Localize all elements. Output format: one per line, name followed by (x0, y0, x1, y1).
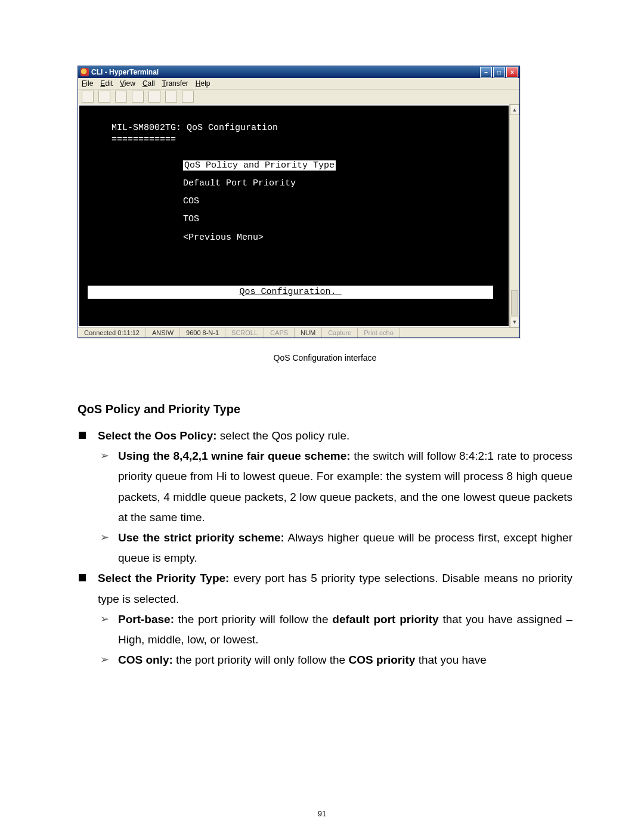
maximize-button[interactable]: □ (493, 67, 505, 78)
status-scroll: SCROLL (225, 328, 264, 337)
bold-text: Select the Priority Type: (98, 572, 229, 584)
menubar: File Edit View Call Transfer Help (78, 78, 519, 89)
bullet-level1: Select the Priority Type: every port has… (78, 568, 572, 609)
menu-item[interactable]: TOS (183, 213, 497, 225)
menu-file[interactable]: File (82, 79, 93, 88)
page-number: 91 (0, 809, 644, 818)
tool-call-icon[interactable] (115, 91, 127, 103)
status-connected: Connected 0:11:12 (78, 328, 146, 337)
scroll-up-icon[interactable]: ▲ (510, 104, 519, 115)
menu-item[interactable]: Default Port Priority (183, 178, 497, 190)
status-line: 9600 8-N-1 (180, 328, 225, 337)
figure-caption: QoS Configuration interface (78, 353, 572, 363)
terminal[interactable]: MIL-SM8002TG: QoS Configuration ========… (79, 106, 509, 326)
body-text: the port priority will only follow the (173, 654, 349, 666)
bold-text: Port-base: (118, 613, 174, 625)
menu-item[interactable]: <Previous Menu> (183, 232, 497, 244)
tool-hangup-icon[interactable] (132, 91, 144, 103)
close-button[interactable]: × (506, 67, 518, 78)
tool-open-icon[interactable] (98, 91, 110, 103)
menu-transfer[interactable]: Transfer (162, 79, 188, 88)
hyperterminal-window: CLI - HyperTerminal – □ × File Edit View… (78, 66, 520, 338)
status-caps: CAPS (264, 328, 295, 337)
menu-call[interactable]: Call (143, 79, 155, 88)
tool-new-icon[interactable] (82, 91, 94, 103)
bold-text: Select the Oos Policy: (98, 429, 217, 442)
document-body: QoS Policy and Priority Type Select the … (78, 398, 572, 670)
bullet-level2: COS only: the port priority will only fo… (78, 650, 572, 670)
bullet-level2: Using the 8,4,2,1 wnine fair queue schem… (78, 446, 572, 528)
scroll-down-icon[interactable]: ▼ (510, 317, 519, 327)
status-num: NUM (295, 328, 322, 337)
body-text: the port priority will follow the (174, 613, 332, 625)
menu-item-selected[interactable]: QoS Policy and Priority Type (183, 160, 336, 171)
bold-text: COS only: (118, 654, 173, 666)
tool-receive-icon[interactable] (165, 91, 177, 103)
bold-text: Use the strict priority scheme: (118, 531, 284, 544)
bullet-level1: Select the Oos Policy: select the Qos po… (78, 426, 572, 446)
status-emulation: ANSIW (146, 328, 180, 337)
statusbar: Connected 0:11:12 ANSIW 9600 8-N-1 SCROL… (78, 327, 519, 337)
scroll-thumb[interactable] (511, 290, 518, 315)
tool-properties-icon[interactable] (182, 91, 194, 103)
menu-view[interactable]: View (120, 79, 135, 88)
tool-send-icon[interactable] (148, 91, 160, 103)
vertical-scrollbar[interactable]: ▲ ▼ (509, 104, 519, 327)
terminal-footer: Qos Configuration._ (88, 286, 493, 299)
section-heading: QoS Policy and Priority Type (78, 398, 572, 420)
window-title: CLI - HyperTerminal (91, 68, 159, 76)
menu-edit[interactable]: Edit (100, 79, 113, 88)
terminal-header: MIL-SM8002TG: QoS Configuration (112, 122, 497, 134)
body-text: that you have (415, 654, 486, 666)
terminal-underline: ============ (112, 134, 497, 146)
body-text: select the Qos policy rule. (217, 429, 350, 442)
terminal-viewport: MIL-SM8002TG: QoS Configuration ========… (78, 104, 519, 327)
bold-text: default port priority (332, 613, 438, 625)
bold-text: Using the 8,4,2,1 wnine fair queue schem… (118, 450, 351, 462)
bold-text: COS priority (348, 654, 415, 666)
bullet-level2: Port-base: the port priority will follow… (78, 609, 572, 650)
menu-help[interactable]: Help (196, 79, 210, 88)
status-echo: Print echo (358, 328, 400, 337)
titlebar[interactable]: CLI - HyperTerminal – □ × (78, 66, 519, 78)
toolbar (78, 89, 519, 104)
status-capture: Capture (322, 328, 358, 337)
bullet-level2: Use the strict priority scheme: Always h… (78, 528, 572, 568)
minimize-button[interactable]: – (480, 67, 492, 78)
menu-item[interactable]: COS (183, 196, 497, 208)
app-icon (80, 68, 89, 76)
